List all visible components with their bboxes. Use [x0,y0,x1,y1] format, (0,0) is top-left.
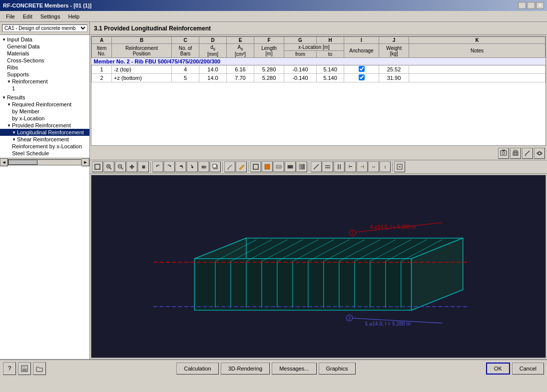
sidebar-item-cross-sections[interactable]: Cross-Sections [0,57,89,64]
window-title: RF-CONCRETE Members - [01 (1)] [3,2,91,8]
anchorage-checkbox-1[interactable] [359,66,365,72]
toolbar-rect-fill-gray[interactable] [273,161,284,172]
minimize-button[interactable]: ─ [518,2,526,9]
sidebar-item-required-reinf[interactable]: ▼ Required Reinforcement [0,101,89,108]
toolbar-rotate-left[interactable] [152,161,163,172]
sidebar-item-by-x-location[interactable]: by x-Location [0,115,89,122]
rendering-button[interactable]: 3D-Rendering [221,363,270,375]
sidebar-item-longitudinal[interactable]: ▼ Longitudinal Reinforcement [0,129,89,136]
cell-position-2: +z (bottom) [112,74,172,82]
svg-text:5 ⌀14.0, l = 5.280 m: 5 ⌀14.0, l = 5.280 m [365,321,411,327]
toolbar-measure[interactable] [311,161,322,172]
scrollbar-thumb[interactable] [8,160,37,165]
anchorage-checkbox-2[interactable] [359,74,365,80]
svg-rect-87 [22,369,26,371]
col-i: I [344,37,379,44]
bottom-bar: ? Calculation 3D-Rendering Messages... G… [0,359,547,377]
screenshot-button[interactable] [498,148,509,159]
toolbar-3d[interactable]: 3D [198,161,209,172]
scroll-right-btn[interactable]: ► [81,158,89,166]
ok-button[interactable]: OK [486,363,510,375]
view-button[interactable] [534,148,545,159]
sidebar-item-supports[interactable]: Supports [0,71,89,78]
toolbar-pan[interactable] [126,161,137,172]
sidebar-label: by x-Location [12,115,44,121]
svg-rect-1 [502,150,505,151]
case-select[interactable]: CA1 - Design of concrete memb [2,24,87,32]
toolbar-columns[interactable] [296,161,307,172]
input-data-header: ▼ Input Data [0,36,89,43]
close-button[interactable]: ✕ [536,2,544,9]
sidebar-item-shear[interactable]: ▼ Shear Reinforcement [0,136,89,143]
toolbar-dim-vert[interactable]: ↕ [380,161,391,172]
sidebar-item-ribs[interactable]: Ribs [0,64,89,71]
cell-anchorage-1[interactable] [344,65,379,74]
toolbar-select[interactable] [92,161,103,172]
toolbar-dim-right[interactable]: ⊣ [357,161,368,172]
menu-edit[interactable]: Edit [19,12,36,20]
svg-rect-26 [253,164,258,169]
toolbar-dim-left[interactable]: ⊢ [345,161,356,172]
toolbar-rotate-right[interactable] [164,161,175,172]
help-button[interactable]: ? [3,362,16,375]
toolbar-marker[interactable] [236,161,247,172]
messages-button[interactable]: Messages... [272,363,316,375]
toolbar-rect-outline[interactable] [250,161,261,172]
scroll-left-btn[interactable]: ◄ [0,158,8,166]
toolbar-rect-fill-orange[interactable] [262,161,273,172]
member-header-row: Member No. 2 - Rib FBU 500/475/475/200/2… [92,58,546,65]
toolbar-rect-fill-dark[interactable] [285,161,296,172]
sidebar-item-reinf-by-x[interactable]: Reinforcement by x-Location [0,143,89,150]
toolbar-export[interactable] [394,161,405,172]
svg-marker-21 [191,167,194,168]
menu-file[interactable]: File [2,12,19,20]
header-x-location: x-Location [m] [284,44,344,51]
scrollbar-track[interactable] [8,159,81,165]
maximize-button[interactable]: □ [527,2,535,9]
toolbar-rotate-down[interactable] [187,161,198,172]
toolbar-zoom-out[interactable] [115,161,126,172]
menu-help[interactable]: Help [64,12,83,20]
save-button[interactable] [18,362,31,375]
toolbar-zoom-window[interactable]: ⊞ [138,161,149,172]
sidebar-dropdown[interactable]: CA1 - Design of concrete memb [0,22,89,35]
sidebar-item-provided-reinf[interactable]: ▼ Provided Reinforcement [0,122,89,129]
sidebar-label: Steel Schedule [12,150,49,156]
cell-xfrom-1: -0.140 [284,65,317,74]
sidebar-item-general-data[interactable]: General Data [0,43,89,50]
expand-icon: ▼ [7,79,11,84]
sidebar-label: Materials [7,50,29,56]
col-d: D [199,37,227,44]
cell-as-2: 7.70 [227,74,254,82]
sidebar-item-reinforcement[interactable]: ▼ Reinforcement [0,78,89,85]
toolbar-pen[interactable] [224,161,235,172]
cancel-button[interactable]: Cancel [512,363,544,375]
print-button[interactable] [510,148,521,159]
cell-item-2: 2 [92,74,112,82]
sidebar-item-by-member[interactable]: by Member [0,108,89,115]
edit-button[interactable] [522,148,533,159]
cell-as-1: 6.16 [227,65,254,74]
cell-xto-1: 5.140 [317,65,344,74]
graphics-button[interactable]: Graphics [319,363,356,375]
sidebar-item-reinf-1[interactable]: 1 [0,85,89,92]
section-title: 3.1 Provided Longitudinal Reinforcement [94,25,211,32]
toolbar-rotate-up[interactable] [175,161,186,172]
cell-anchorage-2[interactable] [344,74,379,82]
svg-marker-46 [195,259,412,310]
toolbar-copy[interactable] [210,161,221,172]
toolbar-label-col[interactable] [334,161,345,172]
cell-xto-2: 5.140 [317,74,344,82]
menu-settings[interactable]: Settings [36,12,64,20]
open-button[interactable] [33,362,46,375]
graphics-viewport[interactable]: 1 1 4 ⌀14.0, l = 5.280 m 2 5 ⌀14.0, l = … [91,175,546,358]
toolbar-label-row[interactable] [322,161,333,172]
sidebar-item-materials[interactable]: Materials [0,50,89,57]
sidebar-item-steel-schedule[interactable]: Steel Schedule [0,150,89,157]
cell-weight-2: 31.90 [379,74,409,82]
toolbar-dim-horiz[interactable]: ↔ [368,161,379,172]
header-from: from [284,51,317,58]
svg-rect-27 [265,164,270,169]
toolbar-zoom-box[interactable] [103,161,114,172]
calculation-button[interactable]: Calculation [176,363,218,375]
